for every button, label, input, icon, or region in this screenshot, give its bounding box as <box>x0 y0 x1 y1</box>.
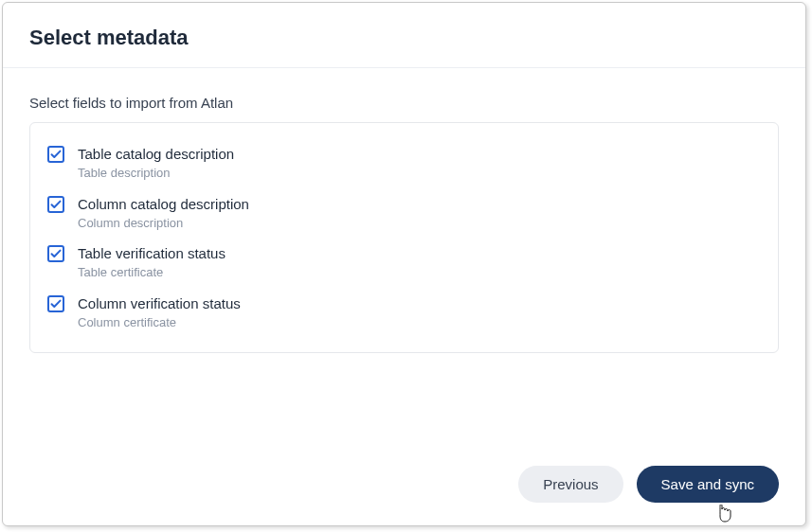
field-desc: Column description <box>78 214 249 233</box>
check-icon <box>50 298 62 310</box>
metadata-dialog: Select metadata Select fields to import … <box>2 2 806 526</box>
field-item: Column catalog description Column descri… <box>47 186 761 237</box>
field-label: Column verification status <box>78 293 241 313</box>
dialog-footer: Previous Save and sync <box>3 447 805 525</box>
page-title: Select metadata <box>29 26 779 50</box>
field-desc: Column certificate <box>78 313 241 332</box>
previous-button[interactable]: Previous <box>518 466 623 503</box>
field-item: Table verification status Table certific… <box>47 236 761 286</box>
field-label: Table verification status <box>78 243 226 263</box>
checkbox-table-verification-status[interactable] <box>47 245 64 262</box>
subtitle: Select fields to import from Atlan <box>29 95 779 111</box>
field-text: Column verification status Column certif… <box>78 293 241 332</box>
check-icon <box>50 199 62 210</box>
field-label: Table catalog description <box>78 144 234 164</box>
check-icon <box>50 248 62 259</box>
field-item: Table catalog description Table descript… <box>47 136 761 186</box>
field-label: Column catalog description <box>78 194 249 214</box>
field-desc: Table description <box>78 164 234 183</box>
field-desc: Table certificate <box>78 263 226 282</box>
checkbox-column-catalog-description[interactable] <box>47 196 64 213</box>
checkbox-column-verification-status[interactable] <box>47 295 64 312</box>
check-icon <box>50 149 62 160</box>
save-and-sync-button[interactable]: Save and sync <box>637 466 779 503</box>
field-item: Column verification status Column certif… <box>47 286 761 336</box>
field-text: Column catalog description Column descri… <box>78 194 249 233</box>
dialog-header: Select metadata <box>3 3 805 68</box>
checkbox-table-catalog-description[interactable] <box>47 146 64 163</box>
dialog-content: Select fields to import from Atlan Table… <box>3 68 805 447</box>
field-text: Table verification status Table certific… <box>78 243 226 282</box>
fields-box: Table catalog description Table descript… <box>29 122 779 353</box>
field-text: Table catalog description Table descript… <box>78 144 234 183</box>
